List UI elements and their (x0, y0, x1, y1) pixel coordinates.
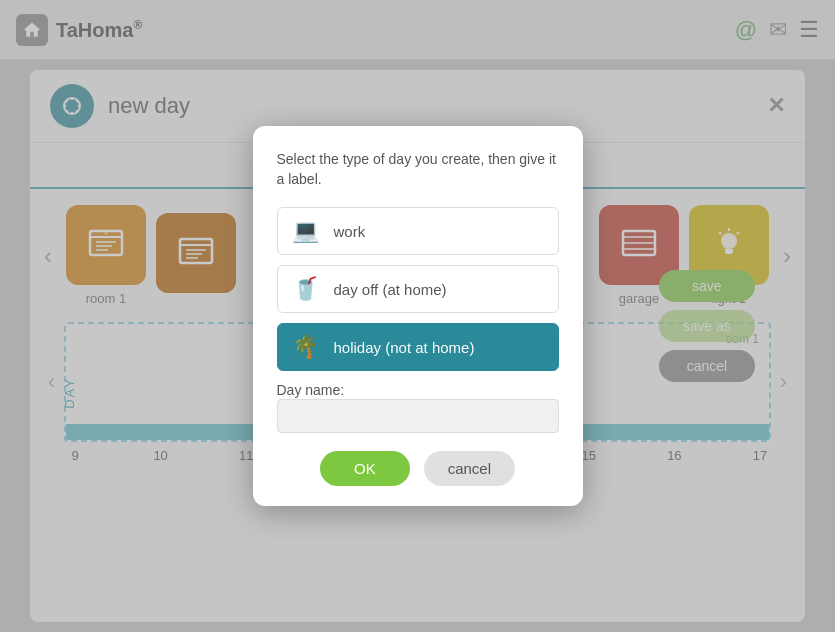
option-day-off[interactable]: 🥤 day off (at home) (277, 265, 559, 313)
holiday-icon: 🌴 (292, 334, 320, 360)
modal-cancel-button[interactable]: cancel (424, 451, 515, 486)
modal-ok-button[interactable]: OK (320, 451, 410, 486)
day-name-label: Day name: (277, 382, 345, 398)
holiday-label: holiday (not at home) (334, 339, 475, 356)
day-name-input[interactable] (277, 399, 559, 433)
modal-dialog: Select the type of day you create, then … (253, 126, 583, 506)
modal-overlay: Select the type of day you create, then … (0, 0, 835, 632)
day-off-icon: 🥤 (292, 276, 320, 302)
option-work[interactable]: 💻 work (277, 207, 559, 255)
option-holiday[interactable]: 🌴 holiday (not at home) (277, 323, 559, 371)
modal-buttons: OK cancel (277, 451, 559, 486)
work-icon: 💻 (292, 218, 320, 244)
work-label: work (334, 223, 366, 240)
modal-description: Select the type of day you create, then … (277, 150, 559, 189)
day-off-label: day off (at home) (334, 281, 447, 298)
day-name-section: Day name: (277, 381, 559, 433)
